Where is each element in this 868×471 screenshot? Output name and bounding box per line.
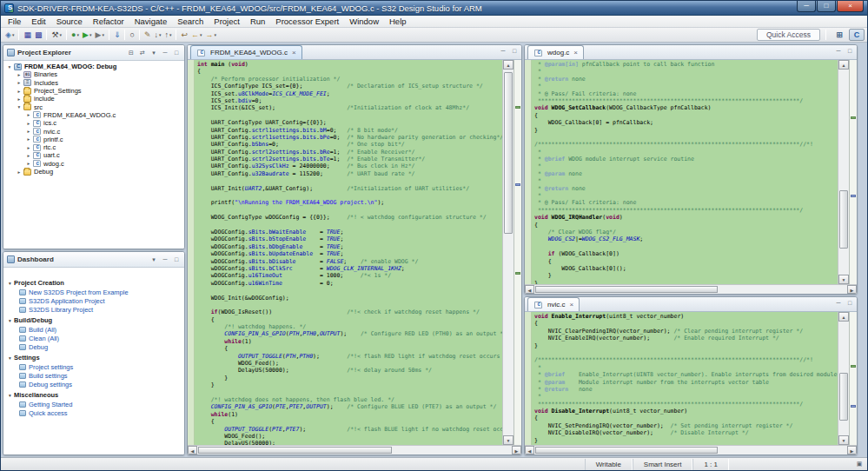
tree-item-wdog-c[interactable]: ▸wdog.c (3, 160, 184, 168)
tree-item-ics-c[interactable]: ▸ics.c (3, 119, 184, 127)
minimize-view-icon[interactable]: ─ (161, 255, 169, 264)
tree-item-frdm-kea64-wdog-debug[interactable]: ▾FRDM_KEA64_WDOG: Debug (3, 63, 184, 70)
minimize-view-icon[interactable]: ─ (834, 299, 843, 308)
notifications-icon[interactable]: ▣ (855, 460, 864, 468)
overview-ruler[interactable] (849, 312, 857, 445)
scrollbar-thumb[interactable] (535, 286, 718, 293)
tree-item-binaries[interactable]: ▸Binaries (3, 70, 184, 78)
titlebar[interactable]: SDK-DRIVER-FRDM-KEA-S32DS - C/C++ - FRDM… (1, 1, 867, 16)
tree-item-debug[interactable]: ▸Debug (3, 168, 184, 176)
scroll-left-icon[interactable]: ◀ (525, 446, 534, 454)
menu-run[interactable]: Run (245, 16, 270, 28)
expander-collapsed-icon[interactable]: ▸ (25, 129, 32, 134)
vertical-scrollbar[interactable]: ▲ ▼ (838, 312, 849, 445)
vertical-scrollbar[interactable]: ▲ ▼ (502, 60, 514, 445)
next-annotation-icon[interactable]: ↓▾ (152, 29, 162, 42)
section-twisty-icon[interactable]: ▾ (6, 318, 14, 323)
dashboard-link-s32ds-application-project[interactable]: S32DS Application Project (6, 296, 182, 305)
scroll-right-icon[interactable]: ▶ (847, 285, 857, 294)
dashboard-link-clean-all[interactable]: Clean (All) (6, 334, 182, 342)
close-window-icon[interactable]: × (837, 1, 864, 12)
scrollbar-thumb[interactable] (839, 190, 848, 249)
horizontal-scrollbar[interactable]: ◀ ▶ (525, 284, 857, 294)
expander-collapsed-icon[interactable]: ▸ (16, 169, 23, 175)
menu-processor-expert[interactable]: Processor Expert (270, 16, 344, 28)
section-twisty-icon[interactable]: ▾ (6, 393, 14, 398)
dashboard-link-build-all[interactable]: Build (All) (6, 325, 182, 334)
maximize-view-icon[interactable]: □ (845, 47, 854, 56)
dashboard-link-quick-access[interactable]: Quick access (6, 408, 182, 417)
dashboard-link-build-settings[interactable]: Build settings (6, 371, 182, 380)
minimize-view-icon[interactable]: ─ (161, 49, 169, 57)
scroll-left-icon[interactable]: ◀ (188, 446, 197, 454)
editor-tab-wdog-c[interactable]: wdog.c × (527, 45, 584, 59)
vertical-scrollbar[interactable]: ▲ ▼ (838, 60, 849, 284)
menu-help[interactable]: Help (384, 16, 412, 28)
menu-file[interactable]: File (3, 16, 26, 28)
scroll-up-icon[interactable]: ▲ (838, 312, 849, 322)
scroll-right-icon[interactable]: ▶ (847, 446, 857, 454)
dashboard-link-project-settings[interactable]: Project settings (6, 362, 182, 371)
tree-item-include[interactable]: ▸include (3, 95, 184, 103)
new-wizard-icon[interactable]: ◈▾ (3, 29, 16, 42)
cpp-perspective-icon[interactable]: C (849, 29, 865, 41)
back-icon[interactable]: ←▾ (189, 29, 204, 42)
code-area-wdog[interactable]: * @param[in] pfnCallback point to call b… (532, 60, 838, 284)
menu-search[interactable]: Search (172, 16, 209, 28)
expander-collapsed-icon[interactable]: ▸ (25, 112, 32, 117)
dashboard-section-miscellaneous[interactable]: ▾Miscellaneous (6, 390, 182, 400)
overview-ruler[interactable] (849, 60, 857, 284)
scroll-down-icon[interactable]: ▼ (838, 435, 849, 445)
expander-collapsed-icon[interactable]: ▸ (16, 80, 23, 85)
expander-collapsed-icon[interactable]: ▸ (25, 153, 32, 158)
scrollbar-thumb[interactable] (535, 447, 718, 454)
last-edit-location-icon[interactable]: ↩ (179, 29, 189, 42)
quick-access-field[interactable]: Quick Access (757, 29, 820, 41)
editor-gutter[interactable] (188, 60, 195, 445)
editor-gutter[interactable] (525, 60, 532, 284)
minimize-view-icon[interactable]: ─ (499, 47, 507, 56)
menu-edit[interactable]: Edit (26, 16, 50, 28)
tab-close-icon[interactable]: × (573, 50, 578, 56)
link-with-editor-icon[interactable]: ⇄ (138, 49, 147, 57)
overview-ruler[interactable] (514, 60, 521, 445)
expander-collapsed-icon[interactable]: ▸ (16, 89, 23, 94)
dashboard-link-getting-started[interactable]: Getting Started (6, 400, 182, 408)
section-twisty-icon[interactable]: ▾ (6, 355, 14, 361)
scroll-down-icon[interactable]: ▼ (838, 275, 849, 284)
tree-item-uart-c[interactable]: ▸uart.c (3, 151, 184, 159)
expander-collapsed-icon[interactable]: ▸ (25, 136, 32, 142)
expander-collapsed-icon[interactable]: ▸ (25, 161, 32, 166)
expander-collapsed-icon[interactable]: ▸ (25, 145, 32, 150)
run-icon[interactable]: ▶▾ (81, 29, 93, 42)
expander-collapsed-icon[interactable]: ▸ (16, 96, 23, 102)
open-perspective-icon[interactable]: ⊞ (832, 29, 847, 41)
dashboard-section-build-debug[interactable]: ▾Build/Debug (6, 315, 182, 325)
save-icon[interactable]: ▦ (22, 29, 33, 42)
expander-collapsed-icon[interactable]: ▸ (16, 72, 23, 77)
dashboard-section-project-creation[interactable]: ▾Project Creation (6, 278, 182, 288)
tree-item-rtc-c[interactable]: ▸rtc.c (3, 143, 184, 151)
forward-icon[interactable]: →▾ (204, 29, 219, 42)
tree-item-nvic-c[interactable]: ▸nvic.c (3, 127, 184, 135)
build-all-icon[interactable]: ⚒▾ (50, 29, 63, 42)
flash-programmer-icon[interactable]: ⇓ (112, 29, 123, 42)
collapse-all-icon[interactable]: ⊟ (127, 49, 136, 57)
dashboard-link-s32ds-library-project[interactable]: S32DS Library Project (6, 305, 182, 314)
view-menu-icon[interactable]: ▾ (149, 255, 158, 264)
dashboard-link-new-s32ds-project-from-example[interactable]: New S32DS Project from Example (6, 288, 182, 296)
maximize-view-icon[interactable]: □ (845, 299, 854, 308)
menu-window[interactable]: Window (344, 16, 384, 28)
scroll-up-icon[interactable]: ▲ (503, 60, 514, 70)
horizontal-scrollbar[interactable]: ◀ ▶ (525, 445, 857, 454)
tree-item-includes[interactable]: ▸Includes (3, 79, 184, 87)
maximize-view-icon[interactable]: □ (172, 49, 181, 57)
debug-icon[interactable]: ●▾ (70, 29, 81, 42)
scrollbar-thumb[interactable] (839, 373, 848, 421)
code-area-nvic[interactable]: void Enable_Interrupt(uint8_t vector_num… (532, 312, 838, 445)
external-tools-icon[interactable]: ▶▾ (93, 29, 105, 42)
previous-annotation-icon[interactable]: ↑▾ (162, 29, 173, 42)
maximize-view-icon[interactable]: □ (172, 255, 181, 264)
scroll-left-icon[interactable]: ◀ (525, 285, 534, 294)
scroll-up-icon[interactable]: ▲ (838, 60, 849, 70)
